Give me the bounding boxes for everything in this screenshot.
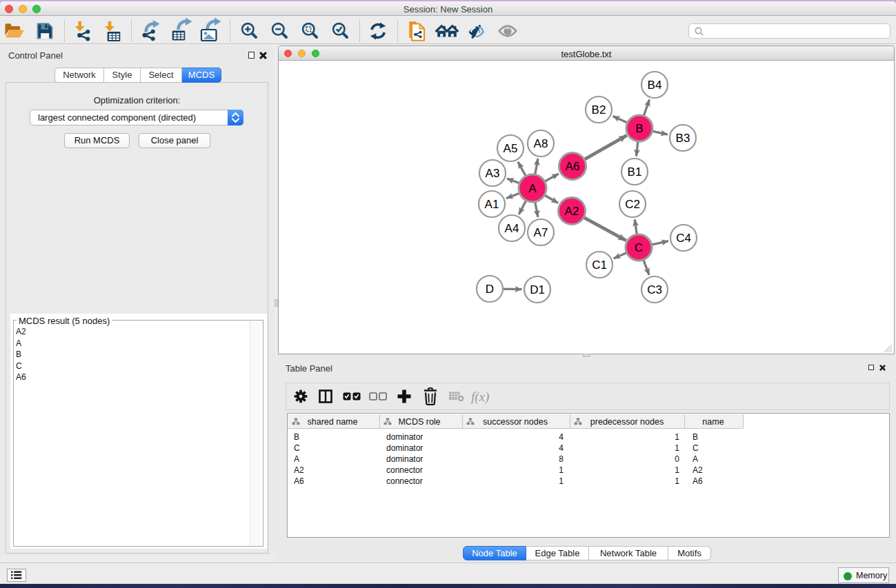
svg-text:1: 1: [675, 465, 679, 475]
svg-text:C2: C2: [625, 198, 640, 211]
svg-text:MCDS role: MCDS role: [398, 417, 440, 427]
svg-text:C: C: [693, 443, 699, 453]
svg-text:C: C: [294, 443, 300, 453]
svg-text:B3: B3: [676, 132, 690, 145]
svg-text:A4: A4: [505, 222, 519, 235]
svg-text:1: 1: [675, 443, 679, 453]
svg-text:connector: connector: [386, 465, 423, 475]
svg-text:B1: B1: [628, 165, 642, 179]
svg-text:dominator: dominator: [386, 432, 423, 442]
svg-text:A6: A6: [566, 160, 580, 173]
svg-text:A8: A8: [534, 137, 548, 150]
svg-text:D1: D1: [530, 283, 545, 296]
svg-text:A2: A2: [693, 465, 703, 475]
svg-text:connector: connector: [386, 476, 423, 486]
svg-text:C1: C1: [592, 258, 607, 272]
svg-text:B4: B4: [648, 79, 662, 92]
svg-text:C: C: [635, 241, 643, 254]
svg-text:1: 1: [675, 476, 679, 486]
svg-text:dominator: dominator: [386, 454, 423, 464]
svg-text:A5: A5: [504, 142, 518, 155]
svg-text:A: A: [294, 454, 299, 464]
svg-text:A2: A2: [565, 205, 579, 218]
svg-text:shared name: shared name: [308, 417, 358, 427]
svg-text:predecessor nodes: predecessor nodes: [590, 417, 664, 427]
svg-text:successor nodes: successor nodes: [483, 417, 548, 427]
svg-text:B: B: [294, 432, 299, 442]
svg-text:A2: A2: [294, 465, 304, 475]
svg-text:C3: C3: [647, 283, 662, 296]
svg-text:B: B: [693, 432, 698, 442]
svg-text:A: A: [693, 454, 698, 464]
svg-text:1: 1: [559, 476, 564, 486]
svg-text:1: 1: [559, 465, 564, 475]
svg-text:1: 1: [675, 432, 679, 442]
svg-text:A3: A3: [486, 167, 500, 180]
svg-text:A6: A6: [693, 476, 703, 486]
svg-text:name: name: [702, 417, 724, 427]
svg-text:B: B: [635, 122, 643, 135]
svg-text:4: 4: [559, 432, 564, 442]
svg-text:A7: A7: [534, 226, 548, 239]
svg-text:D: D: [486, 283, 494, 296]
svg-text:0: 0: [675, 454, 679, 464]
svg-text:f(x): f(x): [471, 389, 489, 405]
svg-text:4: 4: [559, 443, 564, 453]
svg-text:B2: B2: [592, 103, 606, 116]
svg-text:A6: A6: [294, 476, 304, 486]
svg-text:A: A: [528, 182, 537, 195]
svg-text:8: 8: [559, 454, 564, 464]
svg-text:A1: A1: [485, 198, 499, 211]
svg-text:C4: C4: [676, 232, 691, 245]
svg-text:dominator: dominator: [386, 443, 423, 453]
